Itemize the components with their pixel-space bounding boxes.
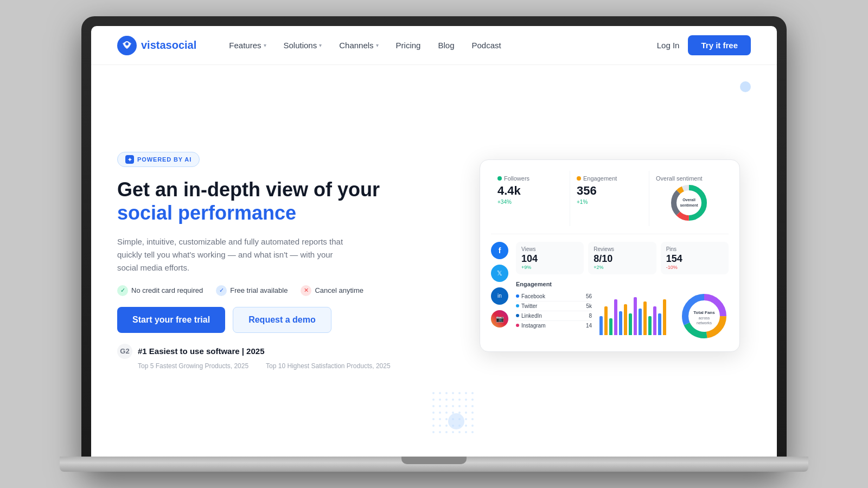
bar-group — [629, 313, 632, 335]
bar-group — [604, 306, 608, 335]
instagram-avatar: 📷 — [491, 310, 508, 328]
webpage: vistasocial Features ▾ Solutions ▾ Chann… — [91, 26, 777, 457]
try-free-button[interactable]: Try it free — [688, 35, 751, 55]
ai-badge-text: POWERED BY AI — [137, 156, 192, 163]
g2-sub1: Top 5 Fastest Growing Products, 2025 — [138, 362, 248, 370]
fb-dot — [516, 294, 519, 298]
metric-views: Views 104 +9% — [516, 242, 584, 274]
svg-text:across: across — [699, 316, 710, 320]
chart-bar — [619, 311, 622, 335]
chart-bar — [599, 316, 603, 335]
chart-bar — [624, 304, 627, 335]
g2-title: #1 Easiest to use software | 2025 — [138, 346, 264, 356]
svg-text:Total Fans: Total Fans — [693, 310, 715, 315]
logo-text: vistasocial — [141, 39, 196, 52]
navbar: vistasocial Features ▾ Solutions ▾ Chann… — [91, 26, 777, 65]
bar-group — [624, 304, 627, 335]
headline-line2: social performance — [117, 202, 399, 224]
followers-dot — [497, 176, 502, 181]
start-trial-button[interactable]: Start your free trial — [117, 307, 225, 333]
screen-bezel: vistasocial Features ▾ Solutions ▾ Chann… — [91, 26, 777, 457]
bar-group — [619, 311, 622, 335]
badge-no-credit-card: ✓ No credit card required — [117, 285, 203, 296]
nav-pricing[interactable]: Pricing — [396, 41, 421, 50]
g2-logo-icon: G2 — [117, 344, 132, 359]
chevron-down-icon: ▾ — [264, 42, 266, 48]
chevron-down-icon: ▾ — [319, 42, 322, 48]
bar-group — [639, 309, 642, 335]
bar-group — [634, 297, 637, 335]
hero-headline: Get an in-depth view of your social perf… — [117, 178, 399, 224]
dashboard-card: Followers 4.4k +34% Engagement — [480, 159, 740, 352]
fan-donut-area: Total Fans across networks — [680, 292, 729, 341]
followers-change: +34% — [497, 199, 563, 205]
nav-solutions[interactable]: Solutions ▾ — [284, 41, 322, 50]
engagement-value: 356 — [577, 184, 642, 198]
nav-blog[interactable]: Blog — [438, 41, 454, 50]
engagement-row-tw: Twitter 5k — [516, 301, 592, 311]
engagement-change: +1% — [577, 199, 642, 205]
laptop-base — [60, 457, 808, 472]
followers-value: 4.4k — [497, 184, 563, 198]
laptop-notch — [401, 457, 467, 464]
bar-group — [653, 306, 656, 335]
hero-trust-badges: ✓ No credit card required ✓ Free trial a… — [117, 285, 399, 296]
hero-left: ✦ POWERED BY AI Get an in-depth view of … — [117, 152, 399, 369]
check-icon: ✓ — [117, 285, 128, 296]
ai-badge: ✦ POWERED BY AI — [117, 152, 200, 167]
login-button[interactable]: Log In — [657, 41, 680, 50]
chart-bar — [643, 301, 647, 335]
bar-group — [658, 313, 661, 335]
tw-dot — [516, 304, 519, 307]
avatar-column: f 𝕏 in 📷 — [491, 242, 508, 341]
hero-buttons: Start your free trial Request a demo — [117, 307, 399, 333]
chart-bar — [609, 318, 612, 335]
deco-circle-1 — [740, 81, 751, 92]
deco-circle-2 — [448, 413, 464, 429]
engagement-row-fb: Facebook 56 — [516, 292, 592, 301]
stat-followers: Followers 4.4k +34% — [491, 171, 570, 226]
g2-row: G2 #1 Easiest to use software | 2025 — [117, 344, 399, 359]
chart-bar — [639, 309, 642, 335]
chevron-down-icon: ▾ — [376, 42, 379, 48]
stat-sentiment: Overall sentiment Over — [649, 171, 729, 226]
hero-section: ✦ POWERED BY AI Get an in-depth view of … — [91, 65, 777, 457]
headline-line1: Get an in-depth view of your — [117, 178, 399, 201]
request-demo-button[interactable]: Request a demo — [233, 307, 331, 333]
hero-right: Followers 4.4k +34% Engagement — [432, 65, 751, 457]
logo[interactable]: vistasocial — [117, 36, 196, 55]
engagement-row-ig: Instagram 14 — [516, 321, 592, 330]
hero-subtitle: Simple, intuitive, customizable and full… — [117, 235, 356, 274]
engagement-dot — [577, 176, 581, 181]
sentiment-donut-chart: Overall sentiment — [670, 184, 708, 222]
engagement-list: Facebook 56 Twitter — [516, 292, 592, 341]
logo-icon — [117, 36, 137, 55]
chart-bar — [658, 313, 661, 335]
chart-bar — [663, 299, 666, 335]
nav-channels[interactable]: Channels ▾ — [339, 41, 378, 50]
badge-cancel-anytime: ✕ Cancel anytime — [301, 285, 363, 296]
nav-podcast[interactable]: Podcast — [472, 41, 501, 50]
bar-group — [599, 316, 603, 335]
nav-features[interactable]: Features ▾ — [229, 41, 266, 50]
bar-group — [614, 299, 617, 335]
chart-bar — [604, 306, 608, 335]
stats-grid: Followers 4.4k +34% Engagement — [491, 171, 729, 234]
g2-section: G2 #1 Easiest to use software | 2025 Top… — [117, 344, 399, 370]
chart-bar — [629, 313, 632, 335]
bar-group — [663, 299, 666, 335]
stat-engagement: Engagement 356 +1% — [570, 171, 649, 226]
nav-actions: Log In Try it free — [657, 35, 751, 55]
chart-bar — [648, 316, 652, 335]
bar-group — [609, 318, 612, 335]
facebook-avatar: f — [491, 242, 508, 259]
check-icon: ✓ — [216, 285, 227, 296]
metric-pins: Pins 154 -10% — [661, 242, 729, 274]
li-dot — [516, 314, 519, 317]
chart-bar — [634, 297, 637, 335]
ai-icon: ✦ — [125, 155, 134, 164]
engagement-section: Engagement Facebook — [516, 281, 729, 341]
svg-point-2 — [125, 42, 129, 46]
g2-subtitles: Top 5 Fastest Growing Products, 2025 Top… — [117, 362, 399, 370]
engagement-body: Facebook 56 Twitter — [516, 292, 729, 341]
